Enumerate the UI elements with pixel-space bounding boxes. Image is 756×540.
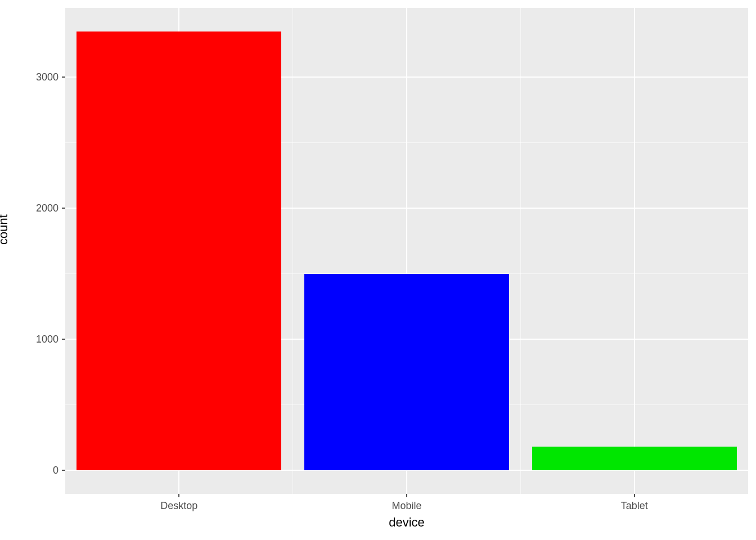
y-axis-tick-label: 2000 <box>36 203 58 213</box>
grid-major <box>634 8 635 494</box>
x-axis-title: device <box>65 516 748 529</box>
x-axis-tick-label: Desktop <box>123 501 235 511</box>
chart-container: count device 0100020003000DesktopMobileT… <box>0 0 756 540</box>
y-axis-title: count <box>0 214 10 245</box>
bar-tablet <box>532 447 737 470</box>
y-axis-tick-label: 3000 <box>36 72 58 82</box>
y-axis-tick-label: 1000 <box>36 334 58 344</box>
grid-minor <box>520 8 521 494</box>
y-axis-tick <box>62 339 65 340</box>
x-axis-tick <box>406 494 407 497</box>
x-axis-tick <box>634 494 635 497</box>
y-axis-tick <box>62 76 65 78</box>
bar-desktop <box>76 32 281 470</box>
y-axis-tick-label: 0 <box>53 465 58 475</box>
x-axis-tick <box>178 494 179 497</box>
x-axis-tick-label: Tablet <box>578 501 691 511</box>
x-axis-tick-label: Mobile <box>350 501 463 511</box>
y-axis-tick <box>62 470 65 471</box>
y-axis-tick <box>62 208 65 209</box>
grid-minor <box>292 8 293 494</box>
bar-mobile <box>304 274 509 470</box>
